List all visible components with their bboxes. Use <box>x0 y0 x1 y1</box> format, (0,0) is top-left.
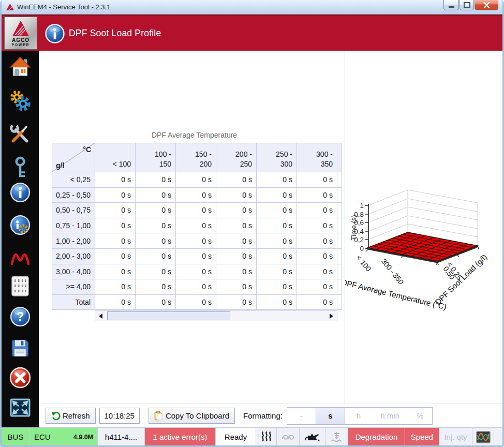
refresh-button[interactable]: Refresh <box>46 408 96 424</box>
title-bar[interactable]: WinEEM4 - Service Tool - 2.3.1 <box>2 0 502 14</box>
table-cell: 0 s <box>136 249 176 264</box>
bottom-toolbar: Refresh 10:18:25 Copy To Clipboard Forma… <box>39 404 502 427</box>
row-label: 0,50 - 0,75 <box>52 203 95 218</box>
table-title: DPF Average Temperature <box>52 131 337 139</box>
copy-label: Copy To Clipboard <box>166 411 229 420</box>
table-cell-clipped <box>337 233 342 249</box>
table-cell: 0 s <box>95 218 136 234</box>
table-cell: 0 s <box>136 188 176 203</box>
table-cell-clipped <box>337 264 342 280</box>
table-cell: 0 s <box>297 233 337 249</box>
sidebar-item-access key-icon[interactable] <box>10 156 31 179</box>
scroll-right-button[interactable] <box>326 311 337 321</box>
table-cell-clipped <box>337 203 342 218</box>
table-cell: 0 s <box>297 295 337 310</box>
agco-power-logo: AGCO POWER <box>4 17 37 50</box>
table-horizontal-scrollbar[interactable] <box>95 310 337 321</box>
app-window: WinEEM4 - Service Tool - 2.3.1 AGCO POWE… <box>0 0 504 447</box>
column-header: 250 - 300 <box>257 143 297 172</box>
ecu-label: ECU <box>34 433 51 441</box>
table-cell: 0 s <box>216 279 257 295</box>
sidebar-item-fullscreen fullscreen-icon[interactable] <box>10 398 31 417</box>
logo-text-agco: AGCO <box>12 37 29 43</box>
page-title: DPF Soot Load Profile <box>69 28 161 39</box>
sidebar-item-service tools-icon[interactable] <box>9 123 32 145</box>
sidebar-item-settings gears-icon[interactable] <box>9 90 32 112</box>
table-cell-clipped <box>337 172 342 188</box>
bus-status: BUS <box>2 428 30 446</box>
soot-chart-panel: 10,80,60,40,20 Time (s) < 100 300 - 350 … <box>345 51 502 404</box>
row-label: 0,75 - 1,00 <box>52 218 95 234</box>
row-label: >= 4,00 <box>52 279 95 295</box>
table-cell: 0 s <box>176 264 216 280</box>
scrollbar-thumb[interactable] <box>107 311 230 320</box>
table-cell: 0 s <box>136 172 176 188</box>
scrollbar-track[interactable] <box>106 311 326 321</box>
column-header: 100 - 150 <box>136 143 176 172</box>
scroll-left-button[interactable] <box>95 311 106 321</box>
corner-unit-celsius: °C <box>83 145 91 154</box>
window-title: WinEEM4 - Service Tool - 2.3.1 <box>17 3 110 11</box>
close-button[interactable] <box>475 0 498 10</box>
sidebar-item-save save-icon[interactable] <box>10 338 31 359</box>
coolant-temp-icon <box>325 428 348 446</box>
format-option-percent[interactable]: % <box>408 408 432 424</box>
page-header: AGCO POWER DPF Soot Load Profile <box>2 14 502 51</box>
table-cell: 0 s <box>257 279 297 295</box>
degradation-badge: Degradation <box>348 428 405 446</box>
z-tick-label: 0 <box>360 245 364 252</box>
row-label: 0,25 - 0,50 <box>52 188 95 203</box>
table-cell: 0 s <box>95 249 136 264</box>
active-errors-badge[interactable]: 1 active error(s) <box>145 428 216 446</box>
format-option-seconds[interactable]: s <box>316 408 346 424</box>
column-header: 150 - 200 <box>176 143 216 172</box>
maximize-button[interactable] <box>459 0 474 10</box>
table-cell-clipped <box>337 188 342 203</box>
surface-chart: 10,80,60,40,20 Time (s) < 100 300 - 350 … <box>345 51 502 404</box>
table-cell: 0 s <box>297 172 337 188</box>
table-cell: 0 s <box>216 218 257 234</box>
table-cell: 0 s <box>216 172 257 188</box>
unit-id: h411-4.... <box>98 428 145 446</box>
minimize-button[interactable] <box>443 0 459 10</box>
table-cell: 0 s <box>216 249 257 264</box>
sidebar-item-help help-icon[interactable]: ? <box>10 306 31 327</box>
table-cell: 0 s <box>257 188 297 203</box>
table-cell-clipped <box>337 295 342 310</box>
table-cell: 0 s <box>257 172 297 188</box>
table-cell: 0 s <box>297 188 337 203</box>
ecu-status: ECU 4.9.0M <box>30 428 98 446</box>
info-icon <box>45 24 65 43</box>
sidebar-item-exit close-circle-icon[interactable] <box>9 367 31 389</box>
sidebar-item-measurements wave-icon[interactable] <box>10 248 31 266</box>
table-cell: 0 s <box>216 264 257 280</box>
table-cell: 0 s <box>176 172 216 188</box>
table-cell: 0 s <box>257 249 297 264</box>
table-cell: 0 s <box>95 233 136 249</box>
maximize-icon <box>464 2 470 8</box>
scroll-left-icon <box>99 314 102 319</box>
format-option-none[interactable]: - <box>287 408 316 424</box>
corner-unit-gl: g/l <box>56 161 64 170</box>
table-cell: 0 s <box>95 172 136 188</box>
table-cell: 0 s <box>95 264 136 280</box>
exhaust-heat-icon <box>256 428 277 446</box>
format-option-hmin[interactable]: h:min <box>372 408 408 424</box>
formatting-label: Formatting: <box>243 411 283 420</box>
table-cell: 0 s <box>136 279 176 295</box>
agco-triangle-icon <box>10 20 31 37</box>
sidebar-item-home home-icon[interactable] <box>9 56 32 77</box>
ready-status: Ready <box>216 428 256 446</box>
column-header: < 100 <box>95 143 136 172</box>
sidebar-item-parameters keypad-icon[interactable] <box>10 275 30 297</box>
sidebar-item-information info-circle-icon[interactable] <box>10 182 31 203</box>
format-option-hours[interactable]: h <box>345 408 372 424</box>
sidebar-item-diagnostics info-gear-icon[interactable] <box>10 215 31 235</box>
table-cell-clipped <box>337 218 342 234</box>
table-cell: 0 s <box>297 279 337 295</box>
table-cell: 0 s <box>176 295 216 310</box>
column-header: 300 - 350 <box>297 143 337 172</box>
oscilloscope-icon[interactable] <box>472 428 494 446</box>
copy-to-clipboard-button[interactable]: Copy To Clipboard <box>149 408 235 424</box>
logo-text-power: POWER <box>12 43 30 47</box>
